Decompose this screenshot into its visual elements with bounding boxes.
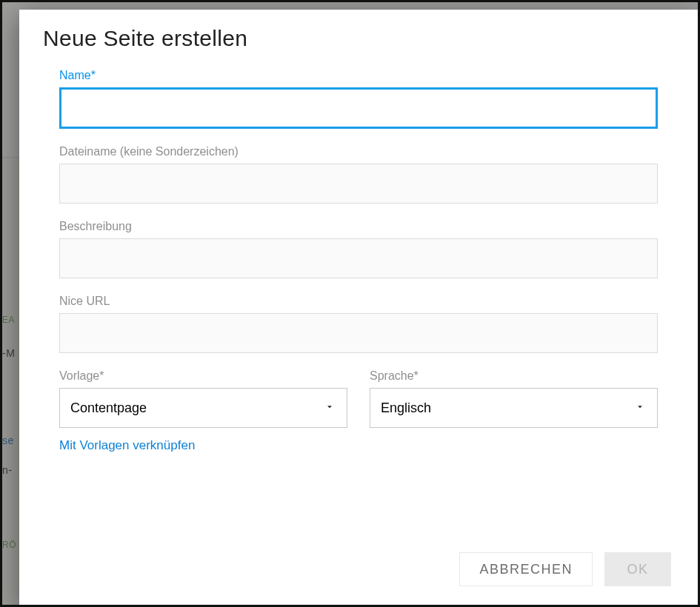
label-filename: Dateiname (keine Sonderzeichen) (59, 145, 658, 158)
label-description: Beschreibung (59, 220, 658, 233)
label-name: Name* (59, 69, 658, 82)
description-input[interactable] (59, 238, 658, 278)
field-niceurl: Nice URL (59, 295, 658, 353)
ok-button: OK (604, 552, 671, 586)
chevron-down-icon (635, 400, 645, 416)
dialog-title: Neue Seite erstellen (43, 26, 674, 51)
language-select-value: Englisch (381, 400, 431, 416)
filename-input[interactable] (59, 164, 658, 204)
template-select-value: Contentpage (70, 400, 147, 416)
label-language: Sprache* (370, 369, 658, 383)
field-description: Beschreibung (59, 220, 658, 278)
template-select[interactable]: Contentpage (59, 388, 347, 428)
cancel-button[interactable]: Abbrechen (459, 552, 593, 586)
language-select[interactable]: Englisch (370, 388, 658, 428)
link-templates[interactable]: Mit Vorlagen verknüpfen (59, 438, 195, 453)
label-niceurl: Nice URL (59, 295, 658, 308)
field-filename: Dateiname (keine Sonderzeichen) (59, 145, 658, 204)
chevron-down-icon (324, 400, 335, 416)
field-name: Name* (59, 69, 658, 129)
niceurl-input[interactable] (59, 313, 658, 353)
dialog-actions: Abbrechen OK (43, 552, 674, 586)
create-page-dialog: Neue Seite erstellen Name* Dateiname (ke… (19, 10, 698, 607)
name-input[interactable] (59, 87, 658, 129)
label-template: Vorlage* (59, 369, 347, 383)
